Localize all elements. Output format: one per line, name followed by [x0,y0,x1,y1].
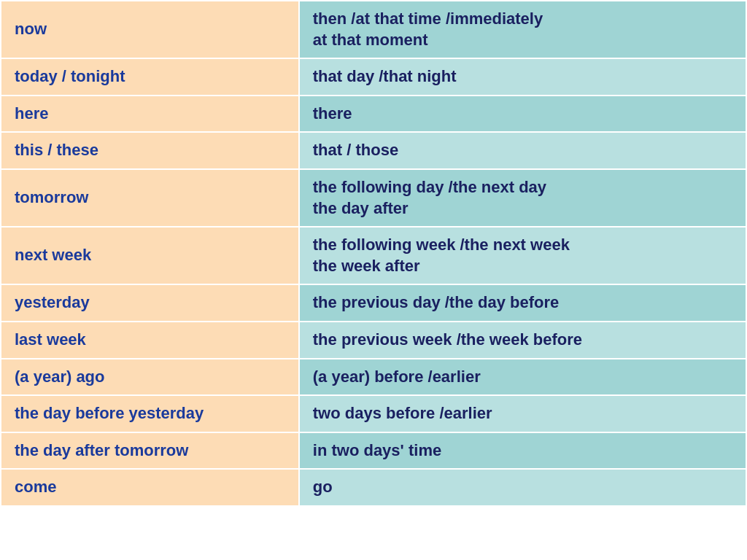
table-row: last weekthe previous week /the week bef… [1,322,746,359]
table-row: next weekthe following week /the next we… [1,227,746,284]
reported-speech-cell: there [299,96,746,133]
direct-speech-cell: next week [1,227,299,284]
direct-speech-cell: now [1,1,299,58]
table-row: nowthen /at that time /immediatelyat tha… [1,1,746,58]
direct-speech-cell: come [1,469,299,506]
reported-speech-cell: go [299,469,746,506]
table-row: tomorrowthe following day /the next dayt… [1,169,746,227]
direct-speech-cell: today / tonight [1,58,299,96]
table-row: today / tonightthat day /that night [1,58,746,96]
direct-speech-cell: this / these [1,132,299,169]
table-row: comego [1,469,746,506]
reported-speech-cell: two days before /earlier [299,395,746,432]
direct-speech-cell: (a year) ago [1,359,299,396]
reported-speech-cell: the following day /the next daythe day a… [299,169,746,227]
reported-speech-cell: (a year) before /earlier [299,359,746,396]
reported-speech-cell: the previous week /the week before [299,322,746,359]
table-row: this / thesethat / those [1,132,746,169]
table-row: the day after tomorrowin two days' time [1,432,746,470]
main-container: nowthen /at that time /immediatelyat tha… [0,0,747,560]
reported-speech-cell: in two days' time [299,432,746,470]
direct-speech-cell: tomorrow [1,169,299,227]
table-row: the day before yesterdaytwo days before … [1,395,746,432]
direct-speech-cell: last week [1,322,299,359]
reported-speech-cell: the previous day /the day before [299,284,746,322]
reported-speech-cell: that day /that night [299,58,746,96]
reference-table: nowthen /at that time /immediatelyat tha… [0,0,747,507]
direct-speech-cell: here [1,96,299,133]
reported-speech-cell: the following week /the next weekthe wee… [299,227,746,284]
direct-speech-cell: the day after tomorrow [1,432,299,470]
reported-speech-cell: then /at that time /immediatelyat that m… [299,1,746,58]
table-row: (a year) ago(a year) before /earlier [1,359,746,396]
reported-speech-cell: that / those [299,132,746,169]
table-row: yesterdaythe previous day /the day befor… [1,284,746,322]
table-row: herethere [1,96,746,133]
direct-speech-cell: the day before yesterday [1,395,299,432]
direct-speech-cell: yesterday [1,284,299,322]
